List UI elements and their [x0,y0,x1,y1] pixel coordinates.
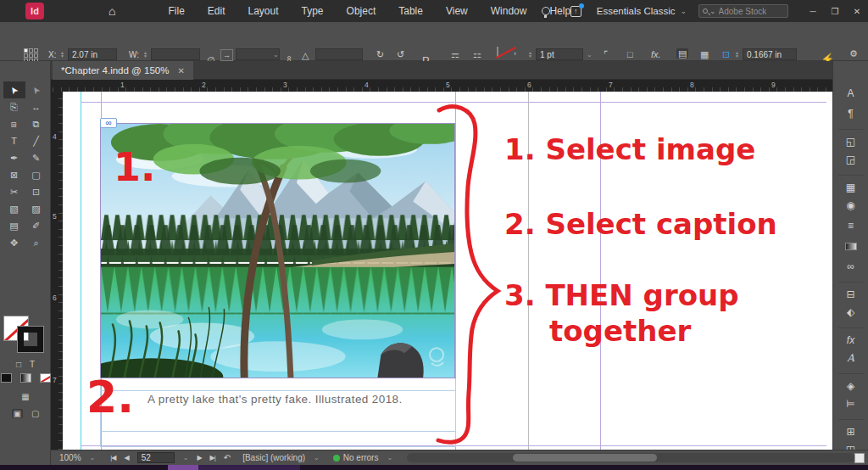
zoom-tool[interactable]: ⌕ [25,234,47,251]
text-wrap-panel-icon[interactable]: ◉ [838,195,864,215]
gradient-feather-tool[interactable]: ▨ [25,200,47,217]
menu-type[interactable]: Type [302,5,324,17]
search-box[interactable]: ⌄ Adobe Stock [698,4,788,18]
effects-panel-icon[interactable]: fx [838,327,864,348]
document-canvas[interactable]: ∞ [63,92,832,450]
stroke-color-swatch[interactable] [18,327,43,352]
type-tool[interactable]: T [3,132,25,149]
preflight-profile[interactable]: [Basic] (working) [242,453,305,462]
x-stepper[interactable]: ▲▼ [59,48,65,60]
paragraph-panel-icon[interactable]: ¶ [838,104,864,124]
preflight-status[interactable]: No errors [333,453,379,462]
pen-tool[interactable]: ✒ [3,149,25,166]
auto-fit-icon[interactable]: ⊡ [722,49,730,59]
content-placer-tool[interactable]: ⧉ [25,115,47,132]
gradient-panel-icon[interactable] [838,236,864,256]
space-field[interactable]: 0.1667 in [743,48,797,60]
color-panel-icon[interactable]: ⬖ [838,302,864,322]
zoom-level[interactable]: 100% [59,453,81,462]
preferences-gear-icon[interactable]: ⚙ [849,48,858,59]
rotate-cw-icon[interactable]: ↻ [376,49,384,59]
apply-color-button[interactable] [1,373,12,383]
spread-view-icon[interactable] [854,453,865,463]
direct-selection-tool[interactable]: ➤ [25,81,47,98]
share-icon[interactable]: ↑ [570,6,581,17]
previous-page-button[interactable]: ◀ [125,454,129,462]
menu-object[interactable]: Object [347,5,376,17]
gradient-tool[interactable]: ▧ [3,200,25,217]
menu-table[interactable]: Table [398,5,423,17]
w-stepper[interactable]: ▲▼ [142,48,148,60]
horizontal-scrollbar[interactable] [407,453,854,462]
page-chevron-icon[interactable]: ⌄ [183,454,189,462]
scrollbar-thumb[interactable] [513,454,657,462]
pencil-tool[interactable]: ✎ [25,149,47,166]
space-stepper[interactable]: ▲▼ [734,48,740,60]
back-arrow-icon[interactable]: ↶ [224,453,231,462]
free-transform-tool[interactable]: ⊡ [25,183,47,200]
workspace-chevron-icon[interactable]: ⌄ [680,7,687,15]
restore-button[interactable]: ❐ [824,7,846,16]
workspace-switcher[interactable]: Essentials Classic [597,6,676,16]
page-number-field[interactable]: 52 [137,452,175,463]
stroke-panel-icon[interactable]: ≡ [838,215,864,236]
w-field[interactable] [151,48,200,60]
object-states-panel-icon[interactable]: ⊞ [838,419,864,439]
next-page-button[interactable]: ▶ [197,454,201,462]
horizontal-ruler[interactable]: 1 2 3 4 5 6 7 8 9 [51,80,868,92]
tab-close-icon[interactable]: ✕ [177,66,184,76]
first-page-button[interactable]: |◀ [110,454,115,462]
line-tool[interactable]: ╱ [25,132,47,149]
formatting-affects-container-icon[interactable]: □ [16,360,21,369]
learn-bulb-icon[interactable] [542,7,550,15]
content-collector-tool[interactable]: ⧈ [3,115,25,132]
menu-file[interactable]: File [168,5,184,17]
corner-options-icon[interactable]: ⌜ [604,49,608,59]
x-field[interactable]: 2.07 in [68,48,117,60]
preview-grid-icon[interactable]: ▦ [21,392,29,401]
corner-radius-icon[interactable]: □ [627,49,633,59]
swatches-panel-icon[interactable]: ⊟ [838,282,864,302]
linked-image-badge-icon[interactable]: ∞ [100,118,117,128]
layers-panel-icon[interactable]: ◈ [838,373,864,394]
text-wrap-none-icon[interactable]: ▤ [676,48,688,59]
guide-line[interactable] [81,92,81,450]
hand-tool[interactable]: ✥ [3,234,25,251]
minimize-button[interactable]: ─ [802,7,824,16]
stroke-weight-field[interactable]: 1 pt [536,48,583,60]
normal-view-mode-button[interactable]: ▣ [12,409,23,418]
home-icon[interactable]: ⌂ [108,4,115,18]
align-panel-icon[interactable]: ⊨ [838,394,864,414]
fill-swatch-none[interactable] [497,47,498,58]
apply-none-button[interactable] [40,373,51,383]
last-page-button[interactable]: ▶| [210,454,215,462]
links-panel-icon[interactable]: ∞ [838,256,864,277]
fill-expander-icon[interactable]: › [514,48,516,59]
menu-view[interactable]: View [446,5,468,17]
rectangle-tool[interactable]: ▢ [25,166,47,183]
gap-tool[interactable]: ↔ [25,98,47,115]
zoom-chevron-icon[interactable]: ⌄ [90,454,96,462]
note-tool[interactable]: ▤ [3,217,25,234]
scissors-tool[interactable]: ✂ [3,183,25,200]
selection-tool[interactable]: ➤ [3,81,25,98]
character-panel-icon[interactable]: A [838,83,864,104]
glyphs-panel-icon[interactable]: A [838,348,864,368]
eyedropper-tool[interactable]: ✐ [25,217,47,234]
stroke-weight-chevron-icon[interactable]: ⌄ [587,51,593,59]
close-button[interactable]: ✕ [846,7,868,16]
scale-x-chevron-icon[interactable]: ⌄ [273,51,279,59]
caption-text[interactable]: A pretty lake that's pretty fake. Illust… [147,393,403,406]
distribute-icon-b[interactable]: ⚏ [473,49,481,59]
frame-tool[interactable]: ⊠ [3,166,25,183]
menu-window[interactable]: Window [491,5,527,17]
menu-layout[interactable]: Layout [248,5,279,17]
color-theme-panel-icon[interactable]: ▦ [838,175,864,195]
page-tool[interactable]: ⎘ [3,98,25,115]
vertical-ruler[interactable]: 4 5 6 7 [51,92,63,450]
text-wrap-bounding-icon[interactable]: ▦ [700,49,709,59]
apply-gradient-button[interactable] [20,373,31,383]
paragraph-styles-panel-icon[interactable]: ◱ [838,129,864,149]
formatting-affects-text-icon[interactable]: T [30,360,35,369]
character-styles-panel-icon[interactable]: ◲ [838,149,864,170]
